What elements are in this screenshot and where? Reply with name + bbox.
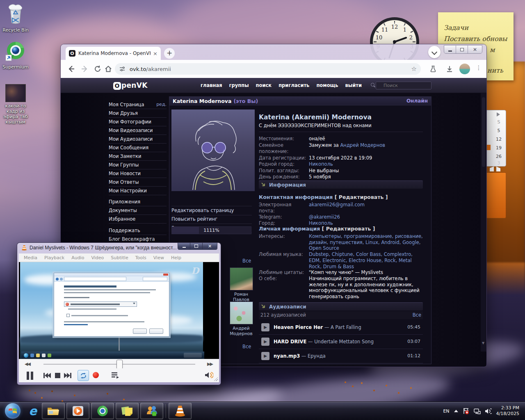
- nav-poisk[interactable]: поиск: [256, 82, 272, 88]
- friend-name[interactable]: Андрей Модернов: [227, 326, 255, 336]
- sidebar-item-settings[interactable]: Мои Настройки: [109, 187, 167, 195]
- friend-card[interactable]: Роман Павлов: [227, 267, 255, 302]
- friend-photo[interactable]: [230, 267, 253, 290]
- playlist-button[interactable]: [112, 372, 119, 379]
- taskbar-sticky-notes[interactable]: [116, 403, 139, 419]
- menu-audio[interactable]: Audio: [71, 255, 84, 260]
- loop-button-active[interactable]: [78, 370, 89, 381]
- tab-close-icon[interactable]: ×: [153, 50, 158, 57]
- nav-pomosch[interactable]: помощь: [316, 82, 338, 88]
- action-center-flag-icon[interactable]: [463, 408, 469, 414]
- reload-button[interactable]: [94, 65, 102, 73]
- calendar-day[interactable]: 19: [495, 145, 503, 151]
- network-icon[interactable]: [474, 408, 481, 414]
- page-scrollbar[interactable]: ▼: [481, 93, 486, 352]
- back-button[interactable]: [67, 65, 75, 73]
- spouse-link[interactable]: Андрей Модернов: [340, 142, 385, 148]
- profile-status[interactable]: С днём ЭЭЭЭЭЭЭКСПЕРИМЕНТОВ над окнами: [259, 123, 372, 128]
- music-links[interactable]: Dubstep, Chiptune, Color Bass, Complextr…: [309, 251, 413, 269]
- play-icon[interactable]: ▶: [261, 352, 269, 360]
- hidden-icons-arrow-icon[interactable]: [454, 408, 458, 412]
- flask-icon[interactable]: [429, 65, 437, 73]
- nav-gruppy[interactable]: группы: [229, 82, 249, 88]
- friends-all-link[interactable]: Все: [242, 258, 251, 264]
- sidebar-item-support[interactable]: Поддержать: [109, 226, 167, 235]
- home-button[interactable]: [104, 65, 112, 73]
- desktop-icon-supermium[interactable]: Supermium: [0, 40, 34, 70]
- boost-rating-link[interactable]: Повысить рейтинг: [171, 215, 252, 224]
- fast-forward-icon[interactable]: ▶▶: [207, 361, 212, 367]
- sidebar-item-photos[interactable]: Мои Фотографии: [109, 118, 167, 126]
- sidebar-item-favorites[interactable]: Избранное: [109, 215, 167, 224]
- seek-handle[interactable]: [116, 360, 123, 369]
- vlc-titlebar[interactable]: Daniel Myslivets - Windows 7 Шрёдингера,…: [21, 245, 177, 251]
- taskbar-windows-explorer[interactable]: [42, 403, 65, 419]
- friend-photo[interactable]: [230, 301, 253, 324]
- close-button[interactable]: ✕: [203, 243, 217, 249]
- calendar-next-arrow-icon[interactable]: [497, 112, 502, 116]
- section-arrow-icon[interactable]: [261, 304, 266, 309]
- stop-button[interactable]: [55, 373, 60, 378]
- interests-links[interactable]: Компьютеры, программирование, рисование,…: [309, 233, 423, 251]
- scrollbar-down-arrow-icon[interactable]: ▼: [482, 341, 484, 345]
- sidebar-item-documents[interactable]: Документы: [109, 206, 167, 215]
- sidebar-item-answers[interactable]: Мои Ответы: [109, 178, 167, 187]
- site-info-icon[interactable]: [119, 66, 126, 72]
- taskbar-supermium[interactable]: [91, 403, 114, 419]
- minimize-button[interactable]: [444, 46, 456, 53]
- download-icon[interactable]: [445, 65, 454, 73]
- profile-avatar-image[interactable]: [171, 110, 255, 191]
- email-link[interactable]: akaremii26@gmail.com: [309, 202, 365, 214]
- section-arrow-icon[interactable]: [261, 183, 266, 187]
- menu-subtitle[interactable]: Subtitle: [111, 255, 128, 260]
- taskbar-vlc[interactable]: [169, 403, 192, 419]
- sidebar-item-groups[interactable]: Мои Группы: [109, 161, 167, 169]
- menu-media[interactable]: Media: [24, 255, 37, 260]
- browser-tab[interactable]: O Katerina Modernova - OpenVK ×: [66, 47, 161, 60]
- nav-priglasit[interactable]: пригласить: [278, 82, 309, 88]
- vlc-video-area[interactable]: D: [19, 262, 219, 359]
- edit-page-link[interactable]: Редактировать страницу: [171, 206, 252, 215]
- close-button[interactable]: ✕: [468, 46, 482, 53]
- edit-link[interactable]: ред.: [156, 100, 167, 109]
- record-button[interactable]: [93, 372, 99, 378]
- restore-button[interactable]: [190, 243, 203, 249]
- taskbar-clock[interactable]: 2:33 PM 4/18/2025: [496, 405, 519, 417]
- sidebar-item-blog[interactable]: Блог Веселкрафта: [109, 235, 167, 244]
- sidebar-item-notes[interactable]: Мои Заметки: [109, 152, 167, 161]
- volume-icon[interactable]: [485, 408, 492, 414]
- taskbar-media-player[interactable]: [66, 403, 89, 419]
- audios-all-link[interactable]: Все: [413, 311, 421, 319]
- taskbar-internet-explorer[interactable]: e: [24, 403, 42, 419]
- sidebar-item-my-page[interactable]: Моя Страницаред.: [109, 100, 167, 109]
- volume-button[interactable]: [205, 372, 213, 379]
- play-icon[interactable]: ▶: [261, 323, 269, 331]
- menu-view[interactable]: View: [153, 255, 164, 260]
- nav-glavnaya[interactable]: главная: [201, 82, 222, 88]
- rewind-icon[interactable]: ◀◀: [25, 361, 30, 367]
- pause-button[interactable]: [25, 371, 34, 380]
- telegram-link[interactable]: @akaremii26: [309, 214, 340, 220]
- address-bar[interactable]: ovk.to/akaremii ☆: [115, 63, 421, 75]
- sidebar-item-audios[interactable]: Мои Аудиозаписи: [109, 135, 167, 144]
- calendar-day[interactable]: 12: [495, 137, 503, 142]
- scrollbar-thumb[interactable]: [482, 97, 485, 167]
- menu-help[interactable]: Help: [171, 255, 181, 260]
- sidebar-item-news[interactable]: Мои Новости: [109, 169, 167, 178]
- resize-grip[interactable]: [214, 377, 218, 381]
- calendar-day[interactable]: 5: [495, 128, 503, 133]
- edit-contact-link[interactable]: [ Редактировать ]: [335, 194, 388, 200]
- desktop-icon-recycle-bin[interactable]: Recycle Bin: [0, 3, 34, 33]
- calendar-day[interactable]: 26: [495, 154, 503, 159]
- friend-name[interactable]: Роман Павлов: [227, 292, 255, 302]
- forward-button[interactable]: [80, 65, 89, 73]
- bookmark-star-icon[interactable]: ☆: [411, 65, 417, 73]
- openvk-logo[interactable]: OpenVK: [113, 81, 148, 90]
- new-tab-button[interactable]: +: [164, 48, 175, 59]
- chevron-down-button[interactable]: [428, 46, 441, 58]
- restore-button[interactable]: [456, 46, 468, 53]
- menu-tools[interactable]: Tools: [135, 255, 146, 260]
- menu-playback[interactable]: Playback: [44, 255, 64, 260]
- sidebar-item-friends[interactable]: Мои Друзья: [109, 109, 167, 118]
- sidebar-item-apps[interactable]: Приложения: [109, 198, 167, 206]
